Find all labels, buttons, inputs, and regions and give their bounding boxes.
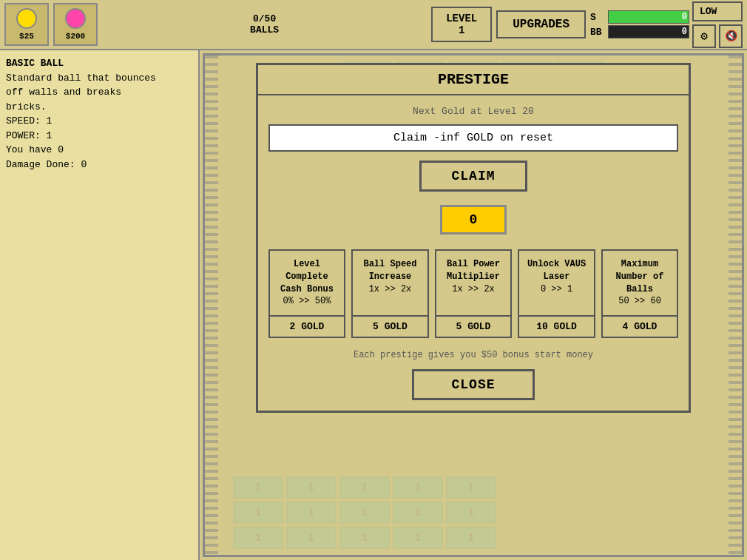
upgrade-card-cost-4: 4 GOLD	[603, 315, 677, 337]
prestige-title: PRESTIGE	[258, 65, 689, 95]
upgrade-card-2[interactable]: Ball Power Multiplier1x >> 2x 5 GOLD	[435, 249, 513, 338]
prestige-overlay: PRESTIGE Next Gold at Level 20 Claim -in…	[231, 55, 715, 555]
money-value: 0	[682, 12, 687, 22]
upgrade-card-body-4: Maximum Number of Balls50 >> 60	[603, 251, 677, 315]
money-label: S	[590, 12, 606, 23]
claim-text: Claim -inf GOLD on reset	[268, 124, 679, 152]
upgrade-card-4[interactable]: Maximum Number of Balls50 >> 60 4 GOLD	[601, 249, 679, 338]
ball-desc-2: off walls and breaks	[6, 87, 121, 98]
money-bar-fill	[609, 11, 689, 23]
close-button[interactable]: CLOSE	[412, 369, 534, 400]
money-bar: 0	[608, 10, 689, 24]
yellow-ball-icon	[16, 8, 37, 29]
game-area: BASIC BALL Standard ball that bounces of…	[0, 50, 747, 560]
upgrade-cards: Level Complete Cash Bonus0% >> 50% 2 GOL…	[268, 249, 679, 338]
play-field: 11111 PRESTIGE Next Gold at Level 20 Cla…	[203, 53, 744, 557]
left-panel: BASIC BALL Standard ball that bounces of…	[0, 50, 200, 560]
money-panel: S 0 BB 0	[590, 10, 689, 38]
prestige-content: Next Gold at Level 20 Claim -inf GOLD on…	[258, 95, 689, 411]
balls-counter: 0/50 BALLS	[102, 13, 427, 36]
prestige-note: Each prestige gives you $50 bonus start …	[268, 350, 679, 360]
ball-desc-3: bricks.	[6, 101, 47, 112]
upgrade-card-body-0: Level Complete Cash Bonus0% >> 50%	[270, 251, 345, 315]
bb-value: 0	[682, 27, 687, 37]
upgrade-card-cost-3: 10 GOLD	[519, 315, 594, 337]
level-display: LEVEL 1	[431, 7, 492, 42]
damage-done: Damage Done: 0	[6, 159, 87, 170]
sound-button[interactable]: 🔇	[719, 24, 743, 48]
low-badge: LOW	[692, 1, 743, 21]
ball-desc-1: Standard ball that bounces	[6, 72, 156, 84]
prestige-box: PRESTIGE Next Gold at Level 20 Claim -in…	[256, 63, 692, 413]
upgrade-card-0[interactable]: Level Complete Cash Bonus0% >> 50% 2 GOL…	[268, 249, 346, 338]
ball-speed: SPEED: 1	[6, 115, 52, 126]
upgrade-card-1[interactable]: Ball Speed Increase1x >> 2x 5 GOLD	[351, 249, 429, 338]
ball2-cost: $200	[66, 32, 85, 41]
right-panel: S 0 BB 0 LOW ⚙ 🔇	[590, 1, 743, 48]
upgrade-card-body-1: Ball Speed Increase1x >> 2x	[353, 251, 427, 315]
bb-label: BB	[590, 27, 606, 38]
claim-button[interactable]: CLAIM	[419, 161, 527, 192]
field-inner: 11111 PRESTIGE Next Gold at Level 20 Cla…	[218, 55, 729, 555]
upgrade-card-body-2: Ball Power Multiplier1x >> 2x	[436, 251, 511, 315]
upgrades-button[interactable]: UPGRADES	[496, 10, 586, 38]
ball1-cost: $25	[19, 32, 34, 41]
upgrade-card-cost-2: 5 GOLD	[436, 315, 511, 337]
ball-title: BASIC BALL	[6, 58, 64, 69]
upgrade-card-cost-0: 2 GOLD	[270, 315, 345, 337]
money-row: S 0	[590, 10, 689, 24]
settings-button[interactable]: ⚙	[692, 24, 716, 48]
upgrade-card-body-3: Unlock VAUS Laser0 >> 1	[519, 251, 594, 315]
pink-ball-button[interactable]: $200	[53, 3, 98, 46]
next-gold-label: Next Gold at Level 20	[268, 106, 679, 117]
bb-row: BB 0	[590, 25, 689, 38]
pink-ball-icon	[65, 8, 86, 29]
gold-display: 0	[440, 205, 507, 235]
ball-power: POWER: 1	[6, 130, 52, 141]
bb-bar: 0	[608, 25, 689, 38]
ball-count: You have 0	[6, 144, 64, 155]
basic-ball-button[interactable]: $25	[4, 3, 49, 46]
top-bar: $25 $200 0/50 BALLS LEVEL 1 UPGRADES S 0…	[0, 0, 747, 50]
upgrade-card-3[interactable]: Unlock VAUS Laser0 >> 1 10 GOLD	[518, 249, 595, 338]
upgrade-card-cost-1: 5 GOLD	[353, 315, 427, 337]
